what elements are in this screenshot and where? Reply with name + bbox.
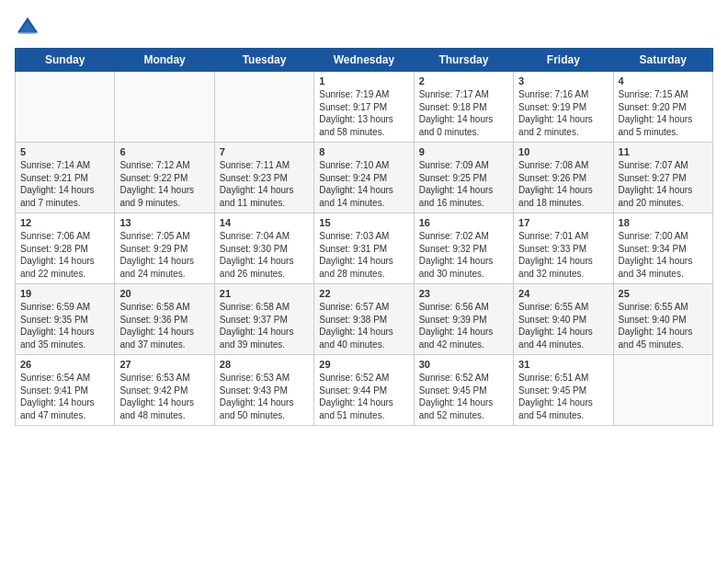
page-header: [15, 15, 713, 40]
day-info: Sunrise: 6:58 AMSunset: 9:37 PMDaylight:…: [220, 301, 309, 350]
day-info: Sunrise: 6:52 AMSunset: 9:45 PMDaylight:…: [419, 372, 508, 421]
day-number: 20: [119, 288, 209, 299]
day-number: 23: [419, 288, 508, 299]
day-info: Sunrise: 7:09 AMSunset: 9:25 PMDaylight:…: [419, 159, 508, 209]
day-info: Sunrise: 7:01 AMSunset: 9:33 PMDaylight:…: [518, 230, 608, 280]
day-cell: 4Sunrise: 7:15 AMSunset: 9:20 PMDaylight…: [613, 72, 712, 143]
day-number: 6: [119, 146, 209, 157]
calendar-table: SundayMondayTuesdayWednesdayThursdayFrid…: [15, 48, 713, 426]
day-number: 12: [20, 217, 109, 228]
day-number: 15: [319, 217, 408, 228]
day-info: Sunrise: 7:14 AMSunset: 9:21 PMDaylight:…: [20, 159, 109, 209]
day-info: Sunrise: 7:11 AMSunset: 9:23 PMDaylight:…: [220, 159, 309, 209]
week-row-2: 5Sunrise: 7:14 AMSunset: 9:21 PMDaylight…: [16, 143, 713, 213]
day-number: 9: [419, 146, 508, 157]
day-cell: 28Sunrise: 6:53 AMSunset: 9:43 PMDayligh…: [214, 355, 313, 426]
day-cell: 30Sunrise: 6:52 AMSunset: 9:45 PMDayligh…: [414, 355, 513, 426]
header-monday: Monday: [115, 49, 214, 72]
day-info: Sunrise: 6:53 AMSunset: 9:43 PMDaylight:…: [220, 372, 309, 421]
day-number: 26: [20, 359, 109, 370]
day-cell: 18Sunrise: 7:00 AMSunset: 9:34 PMDayligh…: [613, 213, 712, 284]
header-sunday: Sunday: [16, 49, 115, 72]
day-info: Sunrise: 6:52 AMSunset: 9:44 PMDaylight:…: [319, 372, 408, 421]
day-cell: 23Sunrise: 6:56 AMSunset: 9:39 PMDayligh…: [414, 284, 513, 355]
day-number: 10: [518, 146, 608, 157]
day-number: 18: [619, 217, 708, 228]
day-info: Sunrise: 7:15 AMSunset: 9:20 PMDaylight:…: [619, 88, 708, 138]
day-cell: [214, 72, 313, 143]
day-cell: 21Sunrise: 6:58 AMSunset: 9:37 PMDayligh…: [214, 284, 313, 355]
day-cell: 31Sunrise: 6:51 AMSunset: 9:45 PMDayligh…: [514, 355, 613, 426]
day-number: 7: [220, 146, 309, 157]
day-cell: 22Sunrise: 6:57 AMSunset: 9:38 PMDayligh…: [314, 284, 414, 355]
day-number: 21: [220, 288, 309, 299]
day-number: 24: [518, 288, 608, 299]
day-cell: 16Sunrise: 7:02 AMSunset: 9:32 PMDayligh…: [414, 213, 513, 284]
day-number: 17: [518, 217, 608, 228]
day-info: Sunrise: 7:12 AMSunset: 9:22 PMDaylight:…: [119, 159, 209, 209]
day-cell: 11Sunrise: 7:07 AMSunset: 9:27 PMDayligh…: [613, 143, 712, 213]
week-row-4: 19Sunrise: 6:59 AMSunset: 9:35 PMDayligh…: [16, 284, 713, 355]
day-cell: 12Sunrise: 7:06 AMSunset: 9:28 PMDayligh…: [16, 213, 115, 284]
day-info: Sunrise: 7:07 AMSunset: 9:27 PMDaylight:…: [619, 159, 708, 209]
logo-icon: [15, 15, 40, 40]
day-number: 1: [319, 75, 408, 86]
day-cell: 19Sunrise: 6:59 AMSunset: 9:35 PMDayligh…: [16, 284, 115, 355]
day-number: 30: [419, 359, 508, 370]
day-number: 22: [319, 288, 408, 299]
day-info: Sunrise: 7:16 AMSunset: 9:19 PMDaylight:…: [518, 88, 608, 138]
day-cell: 26Sunrise: 6:54 AMSunset: 9:41 PMDayligh…: [16, 355, 115, 426]
day-info: Sunrise: 7:05 AMSunset: 9:29 PMDaylight:…: [119, 230, 209, 280]
day-number: 27: [119, 359, 209, 370]
day-cell: 14Sunrise: 7:04 AMSunset: 9:30 PMDayligh…: [214, 213, 313, 284]
week-row-5: 26Sunrise: 6:54 AMSunset: 9:41 PMDayligh…: [16, 355, 713, 426]
day-number: 5: [20, 146, 109, 157]
day-cell: 3Sunrise: 7:16 AMSunset: 9:19 PMDaylight…: [514, 72, 613, 143]
day-number: 14: [220, 217, 309, 228]
day-cell: 1Sunrise: 7:19 AMSunset: 9:17 PMDaylight…: [314, 72, 414, 143]
day-number: 19: [20, 288, 109, 299]
day-info: Sunrise: 6:56 AMSunset: 9:39 PMDaylight:…: [419, 301, 508, 350]
day-info: Sunrise: 7:06 AMSunset: 9:28 PMDaylight:…: [20, 230, 109, 280]
day-cell: 27Sunrise: 6:53 AMSunset: 9:42 PMDayligh…: [115, 355, 214, 426]
day-cell: 17Sunrise: 7:01 AMSunset: 9:33 PMDayligh…: [514, 213, 613, 284]
day-number: 28: [220, 359, 309, 370]
day-info: Sunrise: 6:55 AMSunset: 9:40 PMDaylight:…: [619, 301, 708, 350]
day-cell: 25Sunrise: 6:55 AMSunset: 9:40 PMDayligh…: [613, 284, 712, 355]
day-cell: 6Sunrise: 7:12 AMSunset: 9:22 PMDaylight…: [115, 143, 214, 213]
day-info: Sunrise: 7:04 AMSunset: 9:30 PMDaylight:…: [220, 230, 309, 280]
logo: [15, 15, 44, 40]
day-number: 11: [619, 146, 708, 157]
day-cell: 20Sunrise: 6:58 AMSunset: 9:36 PMDayligh…: [115, 284, 214, 355]
day-cell: 8Sunrise: 7:10 AMSunset: 9:24 PMDaylight…: [314, 143, 414, 213]
day-info: Sunrise: 7:03 AMSunset: 9:31 PMDaylight:…: [319, 230, 408, 280]
day-cell: 7Sunrise: 7:11 AMSunset: 9:23 PMDaylight…: [214, 143, 313, 213]
day-cell: 24Sunrise: 6:55 AMSunset: 9:40 PMDayligh…: [514, 284, 613, 355]
day-info: Sunrise: 7:02 AMSunset: 9:32 PMDaylight:…: [419, 230, 508, 280]
day-cell: 13Sunrise: 7:05 AMSunset: 9:29 PMDayligh…: [115, 213, 214, 284]
day-cell: 5Sunrise: 7:14 AMSunset: 9:21 PMDaylight…: [16, 143, 115, 213]
day-cell: 15Sunrise: 7:03 AMSunset: 9:31 PMDayligh…: [314, 213, 414, 284]
day-number: 16: [419, 217, 508, 228]
day-info: Sunrise: 6:57 AMSunset: 9:38 PMDaylight:…: [319, 301, 408, 350]
day-cell: 2Sunrise: 7:17 AMSunset: 9:18 PMDaylight…: [414, 72, 513, 143]
day-info: Sunrise: 7:10 AMSunset: 9:24 PMDaylight:…: [319, 159, 408, 209]
day-number: 25: [619, 288, 708, 299]
week-row-1: 1Sunrise: 7:19 AMSunset: 9:17 PMDaylight…: [16, 72, 713, 143]
day-number: 8: [319, 146, 408, 157]
header-friday: Friday: [514, 49, 613, 72]
week-row-3: 12Sunrise: 7:06 AMSunset: 9:28 PMDayligh…: [16, 213, 713, 284]
day-info: Sunrise: 7:19 AMSunset: 9:17 PMDaylight:…: [319, 88, 408, 138]
day-info: Sunrise: 6:51 AMSunset: 9:45 PMDaylight:…: [518, 372, 608, 421]
day-info: Sunrise: 6:55 AMSunset: 9:40 PMDaylight:…: [518, 301, 608, 350]
header-wednesday: Wednesday: [314, 49, 414, 72]
header-tuesday: Tuesday: [214, 49, 313, 72]
day-number: 13: [119, 217, 209, 228]
day-info: Sunrise: 7:17 AMSunset: 9:18 PMDaylight:…: [419, 88, 508, 138]
day-number: 3: [518, 75, 608, 86]
day-info: Sunrise: 6:59 AMSunset: 9:35 PMDaylight:…: [20, 301, 109, 350]
day-cell: [613, 355, 712, 426]
day-number: 29: [319, 359, 408, 370]
day-number: 2: [419, 75, 508, 86]
day-cell: 9Sunrise: 7:09 AMSunset: 9:25 PMDaylight…: [414, 143, 513, 213]
